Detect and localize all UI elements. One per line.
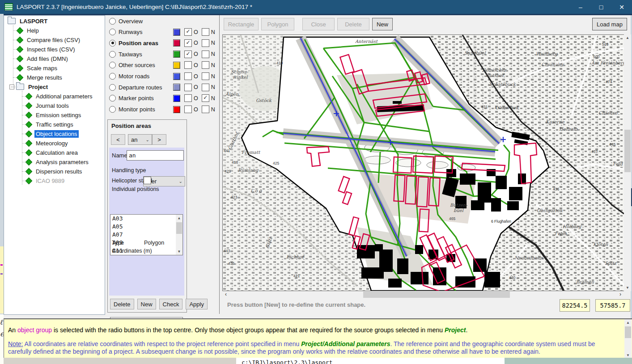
object-group-row-departure-routes[interactable]: Departure routesON [109, 82, 219, 92]
prev-object-button[interactable]: < [111, 134, 125, 145]
tree-item-inspect-files-csv[interactable]: Inspect files (CSV) [17, 45, 76, 54]
checkbox-o[interactable] [184, 72, 192, 80]
scroll-up-icon[interactable]: ▲ [176, 215, 182, 221]
object-group-row-marker-points[interactable]: Marker pointsO✓N [109, 93, 219, 103]
tree-item-calculation-area[interactable]: Calculation area [26, 148, 79, 157]
checkbox-o-label: O [194, 40, 198, 46]
delete-button[interactable]: Delete [110, 299, 134, 309]
checkbox-o[interactable]: ✓ [184, 51, 192, 58]
tree-item-icao-9889[interactable]: ICAO 9889 [26, 176, 66, 185]
checkbox-o-label: O [194, 73, 198, 80]
checkbox-o[interactable]: ✓ [184, 39, 192, 47]
tree-item-analysis-parameters[interactable]: Analysis parameters [26, 157, 90, 166]
radio-button[interactable] [109, 95, 116, 102]
radio-button[interactable] [109, 106, 116, 113]
radio-button[interactable] [109, 84, 116, 91]
minimize-button[interactable]: – [570, 0, 591, 14]
checkbox-o[interactable] [184, 84, 192, 91]
helicopter-stand-checkbox[interactable] [144, 177, 151, 184]
name-input[interactable]: an [127, 150, 184, 161]
map-horizontal-scrollbar[interactable]: ‹ › [222, 291, 624, 298]
tree-item-traffic-settings[interactable]: Traffic settings [26, 120, 75, 129]
tree-item-help[interactable]: Help [17, 26, 40, 35]
folder-icon [8, 18, 16, 24]
radio-button[interactable] [109, 62, 116, 68]
radio-button[interactable] [109, 40, 116, 47]
position-list-item[interactable]: A07 [110, 231, 182, 239]
object-group-row-taxiways[interactable]: Taxiways✓ON [109, 49, 219, 59]
map-vertical-scrollbar[interactable]: ▲ ▼ [624, 34, 631, 291]
group-color-swatch[interactable] [173, 106, 180, 113]
next-object-button[interactable]: > [152, 134, 166, 145]
position-list-item[interactable]: A03 [110, 215, 182, 223]
radio-button[interactable] [109, 29, 116, 35]
checkbox-n[interactable] [202, 61, 209, 69]
checkbox-n[interactable] [202, 39, 209, 47]
checkbox-o[interactable] [184, 61, 192, 69]
tree-item-dispersion-results[interactable]: Dispersion results [26, 167, 83, 176]
new-button[interactable]: New [137, 299, 156, 309]
scroll-up-icon[interactable]: ▲ [624, 319, 632, 326]
scroll-down-icon[interactable]: ▼ [176, 248, 182, 255]
object-group-row-motor-roads[interactable]: Motor roadsON [109, 72, 219, 81]
checkbox-o[interactable] [184, 94, 192, 102]
checkbox-n-label: N [211, 84, 215, 90]
object-group-row-overview[interactable]: Overview [109, 16, 219, 26]
position-list-item[interactable]: A05 [110, 223, 182, 231]
group-color-swatch[interactable] [173, 84, 180, 91]
tree-item-journal-tools[interactable]: Journal tools [26, 101, 70, 110]
map-tool-polygon-button[interactable]: Polygon [261, 18, 294, 30]
tree-item-object-locations[interactable]: Object locations [26, 129, 79, 138]
group-color-swatch[interactable] [173, 62, 180, 69]
tree-item-meteorology[interactable]: Meteorology [26, 139, 69, 148]
group-color-swatch[interactable] [173, 95, 180, 102]
object-group-row-position-areas[interactable]: Position areas✓ON [109, 38, 219, 48]
group-color-swatch[interactable] [173, 39, 180, 47]
scroll-up-icon[interactable]: ▲ [624, 34, 631, 41]
map-tool-close-button[interactable]: Close [302, 18, 335, 30]
tree-item-lasport[interactable]: LASPORT [8, 17, 49, 25]
checkbox-n[interactable]: ✓ [202, 94, 209, 102]
map-tool-rectangle-button[interactable]: Rectangle [224, 18, 259, 30]
help-text-segment: Project/Additional parameters [301, 340, 390, 347]
checkbox-o[interactable]: ✓ [184, 28, 192, 36]
checkbox-n[interactable] [202, 28, 209, 36]
map-canvas[interactable]: AnternästSandbüelWeinbergChränzlerAm Fre… [222, 34, 624, 291]
map-tool-new-button[interactable]: New [372, 18, 393, 30]
group-color-swatch[interactable] [173, 29, 180, 36]
check-button[interactable]: Check [159, 299, 183, 309]
tree-item-add-files-dmn[interactable]: Add files (DMN) [17, 54, 69, 63]
diamond-icon [17, 36, 24, 43]
checkbox-n[interactable] [202, 84, 209, 91]
radio-button[interactable] [109, 73, 116, 80]
group-color-swatch[interactable] [173, 73, 180, 80]
group-color-swatch[interactable] [173, 51, 180, 58]
checkbox-n[interactable] [202, 106, 209, 113]
checkbox-n[interactable] [202, 51, 209, 58]
help-scrollbar[interactable]: ▲ ▼ [624, 319, 632, 359]
apply-button[interactable]: Apply [186, 299, 208, 309]
load-map-button[interactable]: Load map [592, 18, 627, 30]
positions-scrollbar[interactable]: ▲ ▼ [176, 215, 182, 255]
object-selector-value: an [131, 136, 137, 143]
checkbox-n[interactable] [202, 72, 209, 80]
radio-button[interactable] [109, 51, 116, 58]
scroll-right-icon[interactable]: › [617, 291, 624, 298]
tree-item-additional-parameters[interactable]: Additional parameters [26, 92, 93, 101]
checkbox-o[interactable] [184, 106, 192, 113]
object-group-row-other-sources[interactable]: Other sourcesON [109, 60, 219, 70]
map-label: 437 [591, 149, 598, 154]
radio-button[interactable] [109, 18, 116, 25]
close-button[interactable]: ✕ [611, 0, 632, 14]
tree-item-emission-settings[interactable]: Emission settings [26, 110, 82, 119]
object-group-row-runways[interactable]: Runways✓ON [109, 27, 219, 37]
tree-item-compare-files-csv[interactable]: Compare files (CSV) [17, 35, 81, 44]
object-group-row-monitor-points[interactable]: Monitor pointsON [109, 105, 219, 114]
scroll-left-icon[interactable]: ‹ [222, 291, 229, 298]
tree-item-merge-results[interactable]: Merge results [17, 73, 64, 82]
scroll-down-icon[interactable]: ▼ [624, 284, 631, 291]
map-tool-delete-button[interactable]: Delete [337, 18, 369, 30]
maximize-button[interactable]: □ [591, 0, 611, 14]
object-selector-dropdown[interactable]: an ⌄ [128, 134, 152, 145]
tree-item-scale-maps[interactable]: Scale maps [17, 63, 59, 72]
